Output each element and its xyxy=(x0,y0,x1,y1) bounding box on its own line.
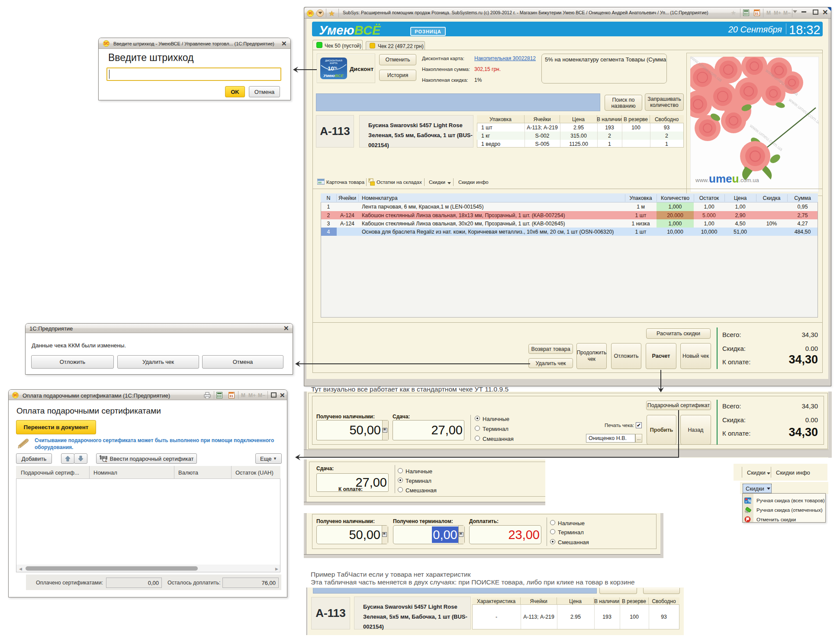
svg-text:УмеюВСЕ: УмеюВСЕ xyxy=(323,73,344,78)
svg-text:%: % xyxy=(748,499,751,504)
svg-text:КАРТА: КАРТА xyxy=(330,62,338,64)
svg-text:%: % xyxy=(745,510,748,514)
